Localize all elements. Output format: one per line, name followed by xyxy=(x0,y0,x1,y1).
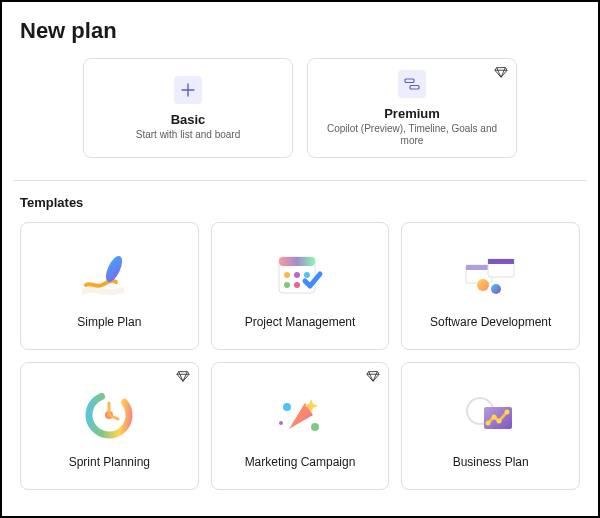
template-card-project-management[interactable]: Project Management xyxy=(211,222,390,350)
templates-section-title: Templates xyxy=(14,195,586,210)
svg-point-14 xyxy=(477,279,489,291)
template-card-marketing-campaign[interactable]: Marketing Campaign xyxy=(211,362,390,490)
svg-point-9 xyxy=(294,282,300,288)
plan-subtitle-basic: Start with list and board xyxy=(136,129,241,141)
svg-rect-13 xyxy=(488,259,514,264)
svg-rect-1 xyxy=(410,85,419,89)
template-card-business-plan[interactable]: Business Plan xyxy=(401,362,580,490)
template-label: Simple Plan xyxy=(77,315,141,329)
template-card-software-development[interactable]: Software Development xyxy=(401,222,580,350)
template-grid: Simple Plan Project Management xyxy=(14,222,586,490)
marketing-campaign-icon xyxy=(265,383,335,447)
template-label: Project Management xyxy=(245,315,356,329)
software-development-icon xyxy=(456,243,526,307)
plan-options-row: Basic Start with list and board Premium … xyxy=(14,58,586,158)
diamond-icon xyxy=(176,369,190,387)
plan-card-premium[interactable]: Premium Copilot (Preview), Timeline, Goa… xyxy=(307,58,517,158)
plan-card-basic[interactable]: Basic Start with list and board xyxy=(83,58,293,158)
template-label: Sprint Planning xyxy=(69,455,150,469)
svg-point-18 xyxy=(283,403,291,411)
plan-title-basic: Basic xyxy=(171,112,206,127)
svg-point-7 xyxy=(304,272,310,278)
business-plan-icon xyxy=(456,383,526,447)
page-title: New plan xyxy=(14,18,586,44)
svg-rect-4 xyxy=(279,257,315,266)
divider xyxy=(14,180,586,181)
simple-plan-icon xyxy=(74,243,144,307)
svg-point-19 xyxy=(311,423,319,431)
svg-point-15 xyxy=(491,284,501,294)
template-card-sprint-planning[interactable]: Sprint Planning xyxy=(20,362,199,490)
plan-title-premium: Premium xyxy=(384,106,440,121)
svg-point-8 xyxy=(284,282,290,288)
svg-point-23 xyxy=(485,421,490,426)
svg-point-6 xyxy=(294,272,300,278)
project-management-icon xyxy=(265,243,335,307)
template-label: Marketing Campaign xyxy=(245,455,356,469)
svg-point-20 xyxy=(279,421,283,425)
svg-point-24 xyxy=(491,415,496,420)
timeline-icon xyxy=(398,70,426,98)
svg-point-26 xyxy=(504,410,509,415)
diamond-icon xyxy=(494,65,508,83)
template-label: Business Plan xyxy=(453,455,529,469)
svg-point-5 xyxy=(284,272,290,278)
template-card-simple-plan[interactable]: Simple Plan xyxy=(20,222,199,350)
svg-point-25 xyxy=(496,419,501,424)
plus-icon xyxy=(174,76,202,104)
plan-subtitle-premium: Copilot (Preview), Timeline, Goals and m… xyxy=(318,123,506,147)
diamond-icon xyxy=(366,369,380,387)
sprint-planning-icon xyxy=(74,383,144,447)
svg-rect-0 xyxy=(405,79,414,83)
template-label: Software Development xyxy=(430,315,551,329)
